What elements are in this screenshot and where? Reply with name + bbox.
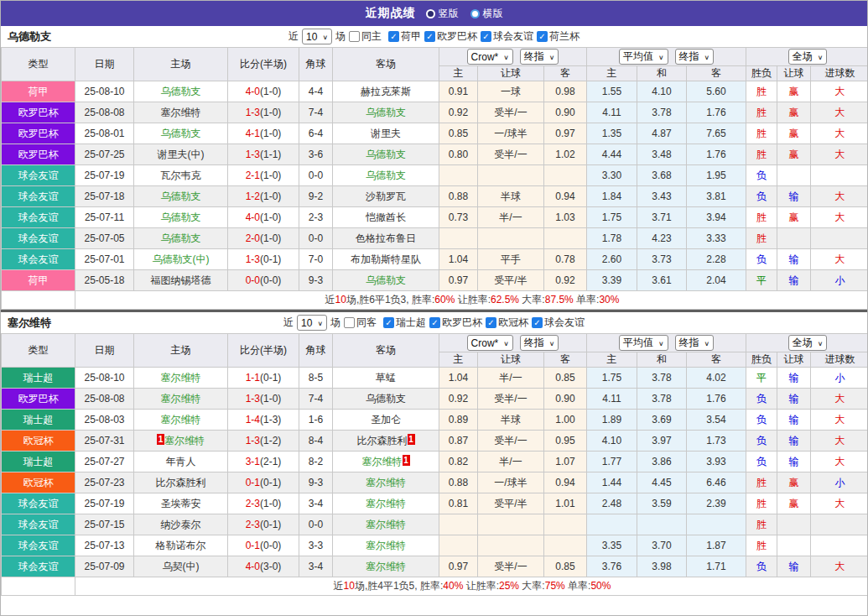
handicap-away-odds <box>544 535 587 556</box>
checkbox-checked-icon[interactable] <box>424 31 435 42</box>
radio-selected-icon[interactable] <box>426 9 435 18</box>
away-team-cell: 塞尔维特 <box>333 514 439 535</box>
competition-filter[interactable]: 球会友谊 <box>481 29 533 44</box>
handicap-away-odds: 1.01 <box>544 493 587 514</box>
avg-away-odds: 1.76 <box>687 102 746 123</box>
handicap-line: 受平/半 <box>478 493 544 514</box>
competition-filter[interactable]: 球会友谊 <box>532 316 585 330</box>
avg-draw-odds: 3.59 <box>637 493 687 514</box>
avg-away-odds: 1.73 <box>687 431 746 452</box>
score-cell: 2-3(1-0) <box>228 493 299 514</box>
competition-filter[interactable]: 欧罗巴杯 <box>429 316 482 330</box>
competition-badge: 瑞士超 <box>2 452 75 472</box>
halftime-score: (0-0) <box>260 540 281 551</box>
result-handicap: 输 <box>777 431 811 452</box>
result-winloss: 胜 <box>746 535 777 556</box>
average-select[interactable]: 平均值 <box>619 49 668 65</box>
home-team-name: 塞尔维特 <box>161 414 201 425</box>
result-handicap: 赢 <box>777 102 811 123</box>
handicap-line: 受半/一 <box>478 102 544 123</box>
recent-games-select[interactable]: 10 <box>302 29 332 44</box>
same-venue-filter[interactable]: 同客 <box>344 316 377 330</box>
checkbox-unchecked-icon[interactable] <box>344 317 355 328</box>
result-handicap <box>777 165 811 186</box>
match-row: 球会友谊 25-07-15 纳沙泰尔 2-3(0-1) 0-0 塞尔维特 胜 <box>2 514 868 535</box>
summary-text: 近10场,胜6平1负3, 胜率:60% 让胜率:62.5% 大率:87.5% 单… <box>75 291 868 310</box>
home-team-cell: 乌德勒支(中) <box>134 249 228 270</box>
bookmaker-select[interactable]: Crow* <box>467 335 513 351</box>
halftime-score: (1-0) <box>260 107 281 118</box>
result-handicap: 赢 <box>777 144 811 165</box>
away-team-cell: 塞尔维特 <box>333 556 439 577</box>
horizontal-layout-radio[interactable]: 横版 <box>470 7 503 21</box>
checkbox-checked-icon[interactable] <box>486 317 496 328</box>
match-row: 欧罗巴杯 25-08-08 塞尔维特 1-3(1-0) 7-4 乌德勒支 0.9… <box>2 102 868 123</box>
avg-home-odds: 1.78 <box>587 228 637 249</box>
scope-select[interactable]: 全场 <box>788 335 828 351</box>
section-header: 塞尔维特 近 10 场 同客 瑞士超欧罗巴杯欧冠杯球会友谊 <box>1 312 867 333</box>
scope-select[interactable]: 全场 <box>788 49 828 65</box>
avg-home-odds: 1.84 <box>587 186 637 207</box>
final-odds-select[interactable]: 终指 <box>520 49 559 65</box>
handicap-away-odds: 0.94 <box>544 472 587 493</box>
handicap-home-odds: 0.85 <box>439 123 478 144</box>
competition-filter[interactable]: 欧冠杯 <box>486 316 528 330</box>
match-date: 25-08-01 <box>75 123 134 144</box>
avg-home-odds: 1.77 <box>587 452 637 472</box>
section-title: 乌德勒支 <box>8 29 51 44</box>
fulltime-score: 1-3 <box>246 253 260 265</box>
away-team-cell: 恺撒酋长 <box>333 207 439 228</box>
result-handicap: 赢 <box>777 207 811 228</box>
checkbox-unchecked-icon[interactable] <box>349 31 360 42</box>
halftime-score: (1-2) <box>260 435 281 446</box>
checkbox-checked-icon[interactable] <box>481 31 491 42</box>
avg-draw-odds: 4.45 <box>637 472 687 493</box>
avg-draw-odds: 3.70 <box>637 535 687 556</box>
handicap-line: 半/一 <box>478 207 544 228</box>
checkbox-checked-icon[interactable] <box>532 317 543 328</box>
final-odds-select-2[interactable]: 终指 <box>675 49 715 65</box>
final-odds-select-2[interactable]: 终指 <box>675 335 715 351</box>
subcol-handicap-line: 让球 <box>478 66 544 81</box>
result-winloss: 负 <box>746 410 777 431</box>
home-team-name: 谢里夫(中) <box>158 149 205 160</box>
match-row: 球会友谊 25-07-05 乌德勒支 2-0(1-0) 0-0 色格拉布鲁日 1… <box>2 228 868 249</box>
competition-badge: 球会友谊 <box>2 207 75 228</box>
vertical-layout-label: 竖版 <box>439 7 459 21</box>
final-odds-select[interactable]: 终指 <box>520 335 559 351</box>
radio-unselected-icon[interactable] <box>470 9 480 18</box>
same-venue-filter[interactable]: 同主 <box>349 29 382 44</box>
handicap-home-odds: 0.88 <box>439 186 478 207</box>
col-header-away: 客场 <box>333 334 439 368</box>
checkbox-checked-icon[interactable] <box>388 31 399 42</box>
near-label: 近 <box>283 316 294 330</box>
result-goals: 小 <box>811 472 868 493</box>
away-team-name: 乌德勒支 <box>366 149 406 160</box>
recent-games-select[interactable]: 10 <box>297 315 327 331</box>
vertical-layout-radio[interactable]: 竖版 <box>426 7 459 21</box>
bookmaker-value: Crow* <box>471 337 499 349</box>
away-team-name: 谢里夫 <box>371 128 401 139</box>
subcol-handicap-away: 客 <box>544 352 587 368</box>
competition-badge: 球会友谊 <box>2 556 75 577</box>
result-goals: 大 <box>811 249 868 270</box>
handicap-home-odds: 0.82 <box>439 452 478 472</box>
competition-filter[interactable]: 瑞士超 <box>383 316 426 330</box>
competition-filters: 荷甲欧罗巴杯球会友谊荷兰杯 <box>385 29 580 44</box>
home-team-name: 纳沙泰尔 <box>161 519 201 530</box>
checkbox-checked-icon[interactable] <box>537 31 548 42</box>
bookmaker-select[interactable]: Crow* <box>467 49 513 65</box>
away-team-name: 比尔森胜利 <box>357 435 408 446</box>
checkbox-checked-icon[interactable] <box>383 317 394 328</box>
corner-count: 3-4 <box>299 556 333 577</box>
corner-count: 1-6 <box>299 410 333 431</box>
same-venue-label: 同客 <box>356 316 377 330</box>
result-goals <box>811 228 868 249</box>
competition-filter[interactable]: 荷甲 <box>388 29 421 44</box>
average-select[interactable]: 平均值 <box>619 335 668 351</box>
competition-filter[interactable]: 欧罗巴杯 <box>424 29 477 44</box>
checkbox-checked-icon[interactable] <box>429 317 440 328</box>
away-team-name: 沙勒罗瓦 <box>366 191 406 202</box>
scope-value: 全场 <box>793 336 813 350</box>
competition-filter[interactable]: 荷兰杯 <box>537 29 580 44</box>
